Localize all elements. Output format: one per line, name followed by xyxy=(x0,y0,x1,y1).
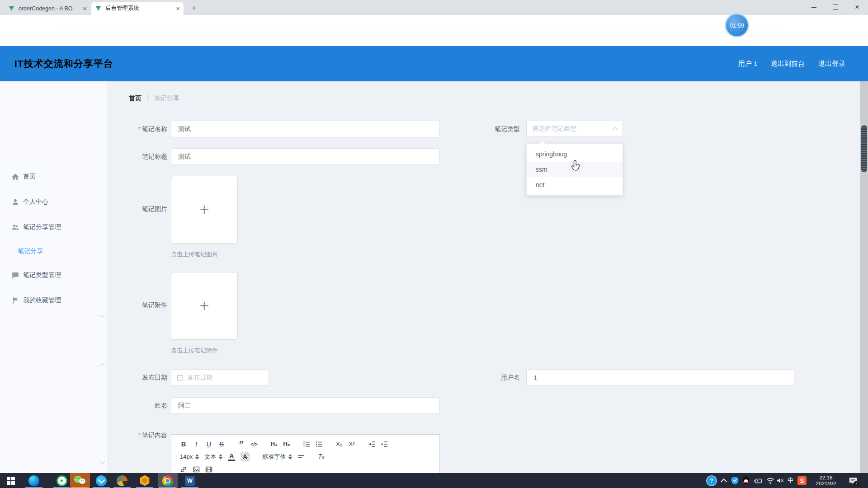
note-title-label: 笔记标题 xyxy=(118,153,167,161)
note-name-input[interactable] xyxy=(171,121,440,137)
tray-chevron-up[interactable] xyxy=(719,473,729,488)
username-input[interactable] xyxy=(526,369,794,386)
sogou-icon: S xyxy=(797,476,807,485)
taskbar-hexagon-app[interactable] xyxy=(135,473,155,488)
sidebar-item-label: 我的收藏管理 xyxy=(23,296,61,305)
notification-center[interactable]: 2 xyxy=(846,473,860,488)
breadcrumb-current: 笔记分享 xyxy=(154,94,179,102)
background-color-button[interactable]: A xyxy=(241,452,250,461)
stepper-icon xyxy=(288,454,292,460)
hexagon-app-icon xyxy=(139,475,150,486)
tab-close-icon[interactable]: × xyxy=(83,5,87,12)
blockquote-button[interactable]: ” xyxy=(238,440,245,449)
name-input[interactable] xyxy=(171,397,440,414)
scrollbar-thumb[interactable] xyxy=(861,125,867,172)
sidebar-item-personal-center[interactable]: 个人中心 xyxy=(0,194,107,210)
header2-button[interactable]: H₂ xyxy=(283,440,290,449)
required-asterisk: * xyxy=(138,432,141,439)
sidebar-item-favorites-mgmt[interactable]: 我的收藏管理 xyxy=(0,292,107,309)
bullet-list-button[interactable] xyxy=(316,441,323,448)
breadcrumb-home[interactable]: 首页 xyxy=(129,94,142,102)
ordered-list-button[interactable] xyxy=(303,441,310,448)
text-color-button[interactable]: A xyxy=(228,453,235,461)
taskbar-tim[interactable] xyxy=(91,473,111,488)
new-tab-button[interactable]: + xyxy=(189,3,199,13)
chevron-up-icon xyxy=(612,127,618,133)
note-attach-upload-box[interactable]: + xyxy=(171,272,238,340)
underline-button[interactable]: U xyxy=(205,440,212,449)
tab-ordercodegen[interactable]: orderCodegen - A BO × xyxy=(5,2,90,15)
windows-taskbar: W ? 中 S 22:16 2021/4/2 2 xyxy=(0,473,868,488)
speaker-mute-icon xyxy=(776,477,784,484)
sidebar-item-note-type-mgmt[interactable]: 笔记类型管理 xyxy=(0,267,107,283)
taskbar-wechat[interactable] xyxy=(70,473,90,488)
image-button[interactable] xyxy=(193,466,200,473)
tray-qq[interactable] xyxy=(741,473,751,488)
sidebar-item-label: 笔记类型管理 xyxy=(23,271,61,279)
strikethrough-button[interactable]: S xyxy=(218,440,225,449)
taskbar-app-green[interactable] xyxy=(52,473,72,488)
note-image-upload-hint: 点击上传笔记图片 xyxy=(171,250,218,258)
font-family-select[interactable]: 标准字体 xyxy=(262,452,286,461)
vue-favicon xyxy=(95,5,102,12)
note-title-input[interactable] xyxy=(171,148,440,165)
subscript-button[interactable]: X₂ xyxy=(335,440,343,449)
stepper-icon xyxy=(219,454,222,460)
link-button[interactable] xyxy=(180,466,187,473)
tab-admin-system[interactable]: 后台管理系统 × xyxy=(91,2,184,15)
name-label: 姓名 xyxy=(118,402,167,410)
note-type-select[interactable]: 请选择笔记类型 xyxy=(526,121,623,137)
superscript-button[interactable]: X² xyxy=(348,440,355,449)
clock-time: 22:16 xyxy=(820,475,833,481)
tray-shield[interactable] xyxy=(729,473,740,488)
bold-button[interactable]: B xyxy=(180,440,187,449)
indent-button[interactable] xyxy=(381,441,388,448)
tray-wifi[interactable] xyxy=(765,473,776,488)
sidebar-subitem-note-share-active[interactable]: 笔记分享 xyxy=(0,243,107,259)
window-minimize-button[interactable] xyxy=(805,0,823,14)
word-icon: W xyxy=(185,476,195,486)
plus-icon: + xyxy=(199,202,209,218)
tray-battery[interactable] xyxy=(752,473,764,488)
sidebar-item-note-share-mgmt[interactable]: 笔记分享管理 xyxy=(0,219,107,235)
tab-close-icon[interactable]: × xyxy=(176,5,180,12)
sidebar-item-home[interactable]: 首页 xyxy=(0,169,107,185)
dropdown-option-net[interactable]: net xyxy=(527,177,623,192)
taskbar-edge[interactable] xyxy=(24,473,44,488)
video-button[interactable] xyxy=(205,466,212,473)
clear-format-button[interactable]: Tx xyxy=(317,452,325,462)
code-button[interactable]: </> xyxy=(250,440,258,449)
text-style-select[interactable]: 文本 xyxy=(204,452,216,461)
tray-volume-muted[interactable] xyxy=(775,473,786,488)
screen-timer-overlay[interactable]: 01:59 xyxy=(725,13,749,38)
taskbar-photos-app[interactable] xyxy=(112,473,132,488)
breadcrumb-separator: / xyxy=(147,94,149,102)
italic-button[interactable]: I xyxy=(193,440,200,449)
taskbar-word[interactable]: W xyxy=(180,473,200,488)
outdent-button[interactable] xyxy=(368,441,375,448)
chevron-up-icon xyxy=(721,478,727,484)
window-close-button[interactable]: × xyxy=(848,0,866,14)
notification-badge: 2 xyxy=(854,481,859,486)
header1-button[interactable]: H₁ xyxy=(270,440,278,449)
photos-app-icon xyxy=(117,475,127,486)
font-size-select[interactable]: 14px xyxy=(180,452,193,461)
header-logout-link[interactable]: 退出登录 xyxy=(818,46,845,81)
note-image-label: 笔记图片 xyxy=(118,205,167,213)
align-button[interactable] xyxy=(297,453,305,460)
tray-ime-indicator[interactable]: 中 xyxy=(786,473,795,488)
tray-help[interactable]: ? xyxy=(706,473,717,488)
stepper-icon xyxy=(195,454,199,460)
select-placeholder: 请选择笔记类型 xyxy=(532,125,613,133)
header-exit-front-link[interactable]: 退出到前台 xyxy=(771,46,805,81)
note-image-upload-box[interactable]: + xyxy=(171,176,238,244)
taskbar-clock[interactable]: 22:16 2021/4/2 xyxy=(810,473,842,488)
tray-sogou[interactable]: S xyxy=(796,473,808,488)
breadcrumb: 首页 / 笔记分享 xyxy=(129,94,179,103)
publish-date-input[interactable]: 发布日期 xyxy=(171,369,269,386)
plus-icon: + xyxy=(199,298,209,314)
taskbar-chrome[interactable] xyxy=(158,473,178,488)
window-restore-button[interactable] xyxy=(826,0,844,14)
header-user-link[interactable]: 用户 1 xyxy=(738,46,758,81)
start-button[interactable] xyxy=(1,473,21,488)
